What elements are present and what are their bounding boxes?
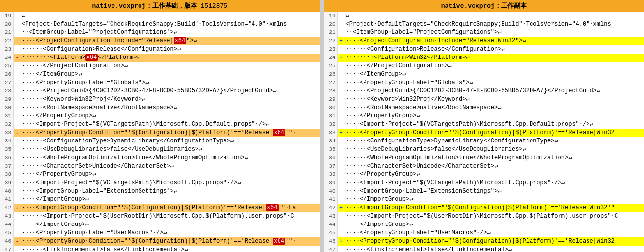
line-number: 36 [0, 154, 14, 162]
line-number: 44 [324, 221, 338, 229]
code-line: 38····</PropertyGroup>↵ [324, 170, 644, 179]
code-line: 33+····<PropertyGroup·Condition="'$(Conf… [324, 129, 644, 137]
line-number: 24 [324, 54, 338, 62]
line-number: 35 [0, 145, 14, 154]
line-content: ····<ProjectConfiguration·Include="Relea… [345, 37, 644, 45]
line-content: ··<ItemGroup·Label="ProjectConfiguration… [345, 28, 644, 37]
left-pane: native.vcxproj：工作基础，版本 1512875 19↵20<Pro… [0, 0, 320, 252]
line-number: 28 [324, 87, 338, 95]
line-number: 26 [324, 70, 338, 79]
line-content: ······<UseDebugLibraries>false</UseDebug… [21, 145, 320, 154]
code-line: 44····</ImportGroup>↵ [324, 221, 644, 229]
code-line: 31····</PropertyGroup>↵ [324, 112, 644, 120]
code-line: 41····</ImportGroup>↵ [0, 196, 320, 204]
code-line: 33-····<PropertyGroup·Condition="'$(Conf… [0, 129, 320, 137]
code-line: 29······<Keyword>Win32Proj</Keyword>↵ [0, 95, 320, 104]
diff-badge: x64 [174, 37, 187, 44]
line-number: 27 [324, 79, 338, 87]
line-content: ····</ImportGroup>↵ [21, 221, 320, 229]
code-line: 45····<PropertyGroup·Label="UserMacros"·… [324, 229, 644, 237]
line-number: 46 [0, 237, 14, 246]
line-content: ····</ItemGroup>↵ [345, 70, 644, 79]
line-content: ····<PropertyGroup·Label="UserMacros"·/>… [345, 229, 644, 237]
line-number: 43 [324, 212, 338, 221]
line-number: 21 [0, 28, 14, 37]
line-content: ····<Import·Project="$(VCTargetsPath)\Mi… [21, 179, 320, 187]
line-content: ····<PropertyGroup·Label="UserMacros"·/>… [21, 229, 320, 237]
line-content: <Project·DefaultTargets="CheckRequireSna… [21, 20, 320, 28]
line-number: 21 [324, 28, 338, 37]
code-line: 39····<Import·Project="$(VCTargetsPath)\… [0, 179, 320, 187]
line-content: ↵ [345, 12, 644, 20]
line-content: ······<ConfigurationType>DynamicLibrary<… [345, 137, 644, 145]
line-content: ······<LinkIncremental>false</LinkIncrem… [345, 246, 644, 252]
left-pane-version: 1512875 [200, 2, 227, 10]
line-content: ····<Import·Project="$(VCTargetsPath)\Mi… [21, 120, 320, 129]
line-marker: - [14, 204, 21, 212]
line-content: ······<Configuration>Release</Configurat… [345, 45, 644, 54]
line-content: ······<CharacterSet>Unicode</CharacterSe… [21, 162, 320, 170]
line-content: ····<ImportGroup·Label="ExtensionSetting… [345, 187, 644, 196]
line-content: ····</PropertyGroup>↵ [21, 170, 320, 179]
code-line: 47······<LinkIncremental>false</LinkIncr… [0, 246, 320, 252]
code-line: 36······<WholeProgramOptimization>true</… [324, 154, 644, 162]
line-number: 29 [324, 95, 338, 104]
line-number: 26 [0, 70, 14, 79]
code-line: 22+····<ProjectConfiguration·Include="Re… [324, 37, 644, 45]
code-line: 19↵ [0, 12, 320, 20]
line-number: 31 [0, 112, 14, 120]
line-content: ······<ConfigurationType>DynamicLibrary<… [21, 137, 320, 145]
line-content: ····<PropertyGroup·Condition="'$(Configu… [345, 237, 644, 246]
line-number: 22 [0, 37, 14, 45]
line-number: 38 [0, 170, 14, 179]
line-content: ····<PropertyGroup·Label="Globals">↵ [345, 79, 644, 87]
line-number: 39 [324, 179, 338, 187]
line-number: 35 [324, 145, 338, 154]
diff-badge: x64 [266, 204, 279, 211]
line-content: ··<ItemGroup·Label="ProjectConfiguration… [21, 28, 320, 37]
code-line: 20<Project·DefaultTargets="CheckRequireS… [324, 20, 644, 28]
line-number: 19 [0, 12, 14, 20]
code-line: 20<Project·DefaultTargets="CheckRequireS… [0, 20, 320, 28]
code-line: 38····</PropertyGroup>↵ [0, 170, 320, 179]
line-content: ····</PropertyGroup>↵ [345, 170, 644, 179]
line-content: ······<WholeProgramOptimization>true</Wh… [21, 154, 320, 162]
left-code-area: 19↵20<Project·DefaultTargets="CheckRequi… [0, 12, 320, 252]
line-number: 42 [0, 204, 14, 212]
line-number: 37 [324, 162, 338, 170]
line-number: 46 [324, 237, 338, 246]
code-line: 31····</PropertyGroup>↵ [0, 112, 320, 120]
diff-badge: x64 [273, 238, 285, 245]
code-line: 46-····<PropertyGroup·Condition="'$(Conf… [0, 237, 320, 246]
line-content: ······<UseDebugLibraries>false</UseDebug… [345, 145, 644, 154]
code-line: 21··<ItemGroup·Label="ProjectConfigurati… [0, 28, 320, 37]
line-number: 31 [324, 112, 338, 120]
pane-divider[interactable] [320, 0, 324, 252]
line-number: 30 [324, 104, 338, 112]
code-line: 36······<WholeProgramOptimization>true</… [0, 154, 320, 162]
right-code-area: 19↵20<Project·DefaultTargets="CheckRequi… [324, 12, 644, 252]
code-line: 30······<RootNamespace>native</RootNames… [324, 104, 644, 112]
line-marker: + [338, 37, 345, 45]
line-content: ····</PropertyGroup>↵ [345, 112, 644, 120]
line-content: ······<WholeProgramOptimization>true</Wh… [345, 154, 644, 162]
line-number: 34 [324, 137, 338, 145]
line-number: 41 [324, 196, 338, 204]
code-line: 46+····<PropertyGroup·Condition="'$(Conf… [324, 237, 644, 246]
line-number: 34 [0, 137, 14, 145]
code-line: 24+········<Platform>Win32</Platform>↵ [324, 54, 644, 62]
line-number: 23 [324, 45, 338, 54]
code-line: 22····<ProjectConfiguration·Include="Rel… [0, 37, 320, 45]
code-line: 26····</ItemGroup>↵ [324, 70, 644, 79]
line-number: 43 [0, 212, 14, 221]
line-number: 36 [324, 154, 338, 162]
diff-badge: x64 [85, 54, 98, 61]
code-line: 27····<PropertyGroup·Label="Globals">↵ [0, 79, 320, 87]
code-line: 41····</ImportGroup>↵ [324, 196, 644, 204]
code-line: 47······<LinkIncremental>false</LinkIncr… [324, 246, 644, 252]
code-line: 24-········<Platform>x64</Platform>↵ [0, 54, 320, 62]
code-line: 28······<ProjectGuid>{4C0C12D2-3CB0-47F8… [324, 87, 644, 95]
line-number: 25 [0, 62, 14, 70]
code-line: 25······</ProjectConfiguration>↵ [324, 62, 644, 70]
line-number: 27 [0, 79, 14, 87]
